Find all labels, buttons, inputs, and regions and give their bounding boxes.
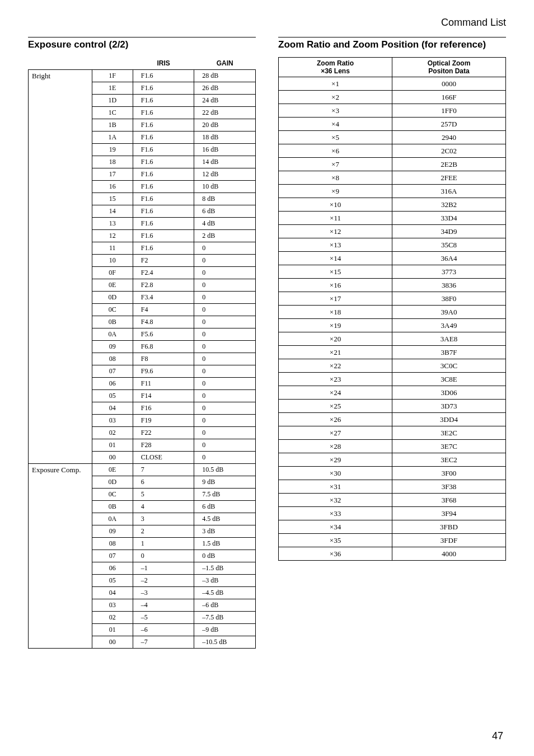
zoom-position: 3C8E <box>392 373 506 386</box>
zoom-position: 2C02 <box>392 144 506 158</box>
exposure-code: 17 <box>92 168 133 180</box>
table-row: ×223C0C <box>279 359 506 373</box>
table-row: ×4257D <box>279 118 506 131</box>
exposure-iris: 3 <box>133 513 194 525</box>
table-row: ×62C02 <box>279 144 506 158</box>
zoom-ratio: ×22 <box>279 359 392 373</box>
table-row: ×82FEE <box>279 171 506 185</box>
zoom-ratio: ×25 <box>279 400 392 413</box>
zoom-ratio: ×13 <box>279 238 392 252</box>
zoom-position: 2FEE <box>392 171 506 185</box>
zoom-ratio: ×21 <box>279 346 392 359</box>
zoom-position: 1FF0 <box>392 104 506 118</box>
table-row: ×263DD4 <box>279 413 506 426</box>
exposure-code: 05 <box>92 389 133 402</box>
exposure-code: 0B <box>92 316 133 328</box>
exposure-code: 04 <box>92 402 133 414</box>
exposure-gain: –10.5 dB <box>194 636 256 648</box>
exposure-code: 0E <box>92 463 133 476</box>
zoom-ratio: ×8 <box>279 171 392 185</box>
exposure-gain: –4.5 dB <box>194 586 256 599</box>
exposure-gain: 0 <box>194 353 256 365</box>
zoom-ratio: ×5 <box>279 131 392 144</box>
exposure-iris: –1 <box>133 562 194 574</box>
exposure-code: 00 <box>92 451 133 463</box>
exposure-code: 10 <box>92 254 133 266</box>
zoom-ratio: ×26 <box>279 413 392 426</box>
exposure-gain: 0 <box>194 402 256 414</box>
exposure-iris: F1.6 <box>133 156 194 168</box>
zoom-ratio: ×17 <box>279 292 392 306</box>
exposure-iris: F3.4 <box>133 291 194 303</box>
exposure-code: 09 <box>92 340 133 353</box>
zoom-position: 3836 <box>392 279 506 292</box>
exposure-gain: 0 <box>194 291 256 303</box>
zoom-position: 34D9 <box>392 225 506 238</box>
table-row: ×343FBD <box>279 520 506 534</box>
exposure-gain: 10.5 dB <box>194 463 256 476</box>
table-row: ×52940 <box>279 131 506 144</box>
exposure-gain: 28 dB <box>194 69 256 82</box>
exposure-iris: 6 <box>133 476 194 488</box>
exposure-iris: 0 <box>133 550 194 562</box>
exposure-iris: F1.6 <box>133 168 194 180</box>
exposure-gain: 9 dB <box>194 476 256 488</box>
exposure-iris: F28 <box>133 439 194 451</box>
zoom-ratio: ×31 <box>279 480 392 494</box>
table-row: ×243D06 <box>279 386 506 400</box>
col-header-gain: GAIN <box>194 57 256 69</box>
exposure-code: 0A <box>92 513 133 525</box>
exposure-iris: F1.6 <box>133 94 194 106</box>
table-row: ×2166F <box>279 91 506 104</box>
zoom-position: 39A0 <box>392 306 506 319</box>
divider <box>278 37 506 37</box>
exposure-iris: F1.6 <box>133 192 194 205</box>
exposure-gain: 6 dB <box>194 205 256 217</box>
exposure-gain: 24 dB <box>194 94 256 106</box>
exposure-table: IRIS GAIN Bright1FF1.628 dB1EF1.626 dB1D… <box>28 57 256 649</box>
exposure-iris: 2 <box>133 525 194 537</box>
zoom-ratio: ×10 <box>279 198 392 212</box>
zoom-ratio: ×7 <box>279 158 392 171</box>
divider <box>28 37 256 37</box>
exposure-iris: F1.6 <box>133 229 194 242</box>
exposure-iris: 4 <box>133 500 194 513</box>
zoom-position: 38F0 <box>392 292 506 306</box>
zoom-position: 3773 <box>392 265 506 279</box>
zoom-ratio: ×20 <box>279 332 392 346</box>
col-header-iris: IRIS <box>133 57 194 69</box>
zoom-ratio: ×24 <box>279 386 392 400</box>
table-row: ×353FDF <box>279 534 506 547</box>
exposure-gain: 0 <box>194 426 256 439</box>
exposure-code: 1D <box>92 94 133 106</box>
zoom-ratio: ×16 <box>279 279 392 292</box>
zoom-ratio: ×14 <box>279 252 392 265</box>
zoom-position: 3AE8 <box>392 332 506 346</box>
exposure-gain: 0 <box>194 242 256 254</box>
exposure-iris: F1.6 <box>133 242 194 254</box>
exposure-gain: 0 dB <box>194 550 256 562</box>
table-row: ×283E7C <box>279 440 506 453</box>
zoom-position: 3FBD <box>392 520 506 534</box>
exposure-code: 07 <box>92 550 133 562</box>
zoom-position: 3E2C <box>392 426 506 440</box>
table-row: ×1436A4 <box>279 252 506 265</box>
exposure-code: 0D <box>92 476 133 488</box>
exposure-iris: CLOSE <box>133 451 194 463</box>
table-row: ×1738F0 <box>279 292 506 306</box>
exposure-iris: F1.6 <box>133 106 194 119</box>
table-row: ×233C8E <box>279 373 506 386</box>
exposure-gain: 16 dB <box>194 143 256 156</box>
exposure-iris: 7 <box>133 463 194 476</box>
exposure-gain: 0 <box>194 303 256 316</box>
zoom-position: 36A4 <box>392 252 506 265</box>
zoom-position: 3B7F <box>392 346 506 359</box>
zoom-position: 2940 <box>392 131 506 144</box>
exposure-gain: 26 dB <box>194 82 256 94</box>
table-row: ×1234D9 <box>279 225 506 238</box>
exposure-code: 04 <box>92 586 133 599</box>
exposure-iris: F9.6 <box>133 365 194 377</box>
zoom-ratio: ×27 <box>279 426 392 440</box>
exposure-gain: –1.5 dB <box>194 562 256 574</box>
zoom-position: 166F <box>392 91 506 104</box>
